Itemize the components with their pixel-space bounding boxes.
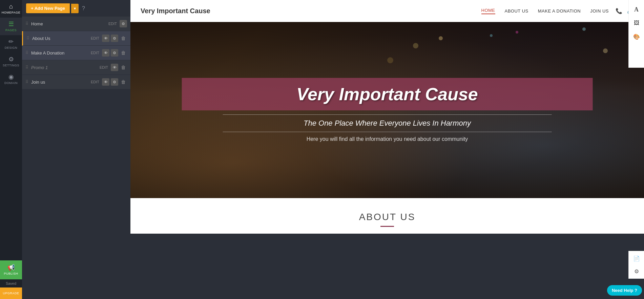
- settings-about-button[interactable]: ⚙: [111, 35, 118, 42]
- sidebar-item-pages[interactable]: ☰ PAGES: [0, 18, 22, 35]
- palette-icon: 🎨: [633, 34, 640, 40]
- nav-link-about[interactable]: ABOUT US: [505, 8, 528, 14]
- page-actions-about-us: EDIT 👁 ⚙ 🗑: [89, 35, 127, 42]
- phone-icon[interactable]: 📞: [616, 8, 622, 14]
- publish-icon: 📢: [7, 264, 15, 271]
- sidebar-label-publish: PUBLISH: [4, 272, 18, 275]
- settings-icon: ⚙: [8, 56, 14, 62]
- pages-panel: + Add New Page ▾ ? ⠿ Home EDIT ⚙ ⠿ About…: [22, 0, 130, 299]
- website-logo: Very Important Cause: [141, 7, 481, 15]
- preview-joinus-button[interactable]: 👁: [102, 78, 109, 86]
- page-icon: 📄: [633, 255, 640, 262]
- image-icon: 🖼: [634, 20, 639, 26]
- pages-icon: ☰: [8, 21, 14, 27]
- edit-home-button[interactable]: EDIT: [107, 21, 118, 26]
- page-item-home[interactable]: ⠿ Home EDIT ⚙: [22, 17, 130, 31]
- page-item-joinus[interactable]: ⠿ Join us EDIT 👁 ⚙ 🗑: [22, 75, 130, 89]
- page-item-about-us[interactable]: ⠿ About Us EDIT 👁 ⚙ 🗑: [22, 31, 130, 46]
- delete-joinus-button[interactable]: 🗑: [120, 79, 127, 85]
- page-name-about-us: About Us: [32, 36, 87, 41]
- hero-divider2: [223, 132, 552, 132]
- design-icon: ✏: [8, 39, 14, 45]
- page-actions-home: EDIT ⚙: [107, 20, 127, 27]
- hero-content: Very Important Cause The One Place Where…: [182, 78, 593, 142]
- sidebar-label-design: DESIGN: [5, 46, 18, 49]
- sidebar-item-design[interactable]: ✏ DESIGN: [0, 35, 22, 53]
- page-actions-joinus: EDIT 👁 ⚙ 🗑: [89, 78, 127, 86]
- edit-promo1-button[interactable]: EDIT: [98, 65, 109, 70]
- help-icon[interactable]: ?: [82, 5, 85, 12]
- settings-tool-button[interactable]: ⚙: [630, 265, 643, 277]
- edit-donation-button[interactable]: EDIT: [89, 50, 101, 56]
- page-name-home: Home: [31, 21, 105, 26]
- settings-joinus-button[interactable]: ⚙: [111, 78, 118, 86]
- page-name-donation: Make A Donation: [31, 50, 87, 56]
- preview-donation-button[interactable]: 👁: [102, 49, 109, 57]
- domain-icon: ◉: [8, 74, 14, 80]
- delete-donation-button[interactable]: 🗑: [120, 50, 127, 56]
- preview-about-button[interactable]: 👁: [102, 35, 109, 42]
- nav-link-donation[interactable]: MAKE A DONATION: [538, 8, 581, 14]
- edit-joinus-button[interactable]: EDIT: [89, 79, 101, 85]
- drag-handle-promo1: ⠿: [25, 65, 28, 70]
- settings-donation-button[interactable]: ⚙: [111, 49, 118, 57]
- preview-wrapper: Very Important Cause HOME ABOUT US MAKE …: [130, 0, 644, 299]
- delete-about-button[interactable]: 🗑: [120, 36, 127, 41]
- color-tool-button[interactable]: 🎨: [630, 30, 643, 43]
- chevron-down-icon: ▾: [74, 6, 76, 11]
- gear-icon: ⚙: [634, 268, 639, 275]
- saved-status: Saved: [6, 279, 16, 287]
- text-tool-button[interactable]: A: [630, 3, 643, 16]
- settings-promo1-button[interactable]: 👁: [111, 64, 118, 71]
- sidebar-item-settings[interactable]: ⚙ SETTINGS: [0, 53, 22, 70]
- sidebar-item-domain[interactable]: ◉ DOMAIN: [0, 70, 22, 88]
- hero-description: Here you will find all the information y…: [182, 136, 593, 142]
- about-section: ABOUT US: [130, 198, 644, 234]
- about-underline: [380, 226, 394, 227]
- sidebar-item-homepage[interactable]: ⌂ HOMEPAGE: [0, 0, 22, 18]
- website-navbar: Very Important Cause HOME ABOUT US MAKE …: [130, 0, 644, 22]
- sidebar-label-upgrade: UPGRADE: [3, 292, 19, 295]
- sidebar-label-settings: SETTINGS: [3, 64, 19, 67]
- home-icon: ⌂: [9, 3, 13, 9]
- page-item-promo1[interactable]: ⠿ Promo 1 EDIT 👁 🗑: [22, 60, 130, 75]
- sidebar-label-homepage: HOMEPAGE: [2, 11, 20, 14]
- need-help-label: Need Help ?: [612, 288, 637, 293]
- add-page-button[interactable]: + Add New Page: [26, 3, 70, 13]
- page-item-donation[interactable]: ⠿ Make A Donation EDIT 👁 ⚙ 🗑: [22, 46, 130, 60]
- page-list: ⠿ Home EDIT ⚙ ⠿ About Us EDIT 👁 ⚙ 🗑 ⠿ Ma…: [22, 17, 130, 89]
- sidebar-label-pages: PAGES: [5, 28, 17, 32]
- add-page-label: + Add New Page: [31, 6, 65, 11]
- text-icon: A: [634, 6, 639, 13]
- nav-link-home[interactable]: HOME: [481, 8, 495, 14]
- page-name-joinus: Join us: [31, 80, 87, 85]
- drag-handle-home: ⠿: [25, 21, 28, 26]
- sidebar: ⌂ HOMEPAGE ☰ PAGES ✏ DESIGN ⚙ SETTINGS ◉…: [0, 0, 22, 299]
- nav-link-join[interactable]: JOIN US: [590, 8, 609, 14]
- add-page-dropdown-button[interactable]: ▾: [71, 4, 79, 13]
- edit-about-button[interactable]: EDIT: [89, 36, 101, 41]
- delete-promo1-button[interactable]: 🗑: [120, 65, 127, 70]
- sidebar-item-publish[interactable]: 📢 PUBLISH: [0, 260, 22, 279]
- hero-section: Very Important Cause The One Place Where…: [130, 22, 644, 198]
- page-actions-donation: EDIT 👁 ⚙ 🗑: [89, 49, 127, 57]
- pages-toolbar: + Add New Page ▾ ?: [22, 0, 130, 17]
- sidebar-item-upgrade[interactable]: UPGRADE: [0, 287, 22, 299]
- drag-handle-joinus: ⠿: [25, 80, 28, 84]
- need-help-button[interactable]: Need Help ?: [607, 285, 642, 296]
- drag-handle-about-us: ⠿: [26, 36, 29, 41]
- hero-subtitle: The One Place Where Everyone Lives In Ha…: [182, 119, 593, 128]
- bottom-right-tools: 📄 ⚙: [628, 251, 644, 279]
- hero-title-box: Very Important Cause: [182, 78, 593, 110]
- right-tools: A 🖼 🎨: [628, 0, 644, 68]
- image-tool-button[interactable]: 🖼: [630, 17, 643, 29]
- page-name-promo1: Promo 1: [31, 65, 96, 70]
- hero-title: Very Important Cause: [195, 84, 579, 104]
- hero-divider: [223, 114, 552, 115]
- drag-handle-donation: ⠿: [25, 50, 28, 55]
- settings-home-button[interactable]: ⚙: [120, 20, 127, 27]
- page-tool-button[interactable]: 📄: [630, 252, 643, 264]
- page-actions-promo1: EDIT 👁 🗑: [98, 64, 127, 71]
- sidebar-label-domain: DOMAIN: [4, 81, 18, 85]
- main-preview: Very Important Cause HOME ABOUT US MAKE …: [130, 0, 644, 299]
